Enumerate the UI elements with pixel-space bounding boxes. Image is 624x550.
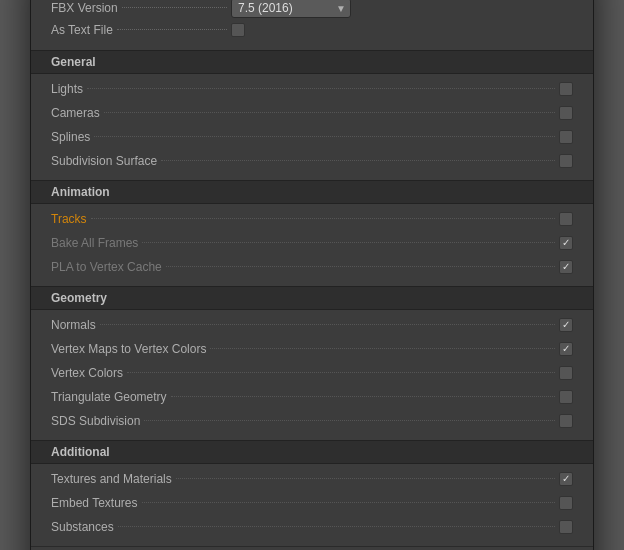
section-header-geometry: Geometry (31, 286, 593, 310)
textures-materials-checkbox[interactable] (559, 472, 573, 486)
vertex-colors-checkbox[interactable] (559, 366, 573, 380)
pla-vertex-cache-checkbox[interactable] (559, 260, 573, 274)
sds-subdivision-checkbox[interactable] (559, 414, 573, 428)
lights-checkbox[interactable] (559, 82, 573, 96)
embed-textures-checkbox[interactable] (559, 496, 573, 510)
fbx-version-label: FBX Version (51, 1, 231, 15)
option-row-embed-textures: Embed Textures (51, 493, 573, 513)
normals-checkbox[interactable] (559, 318, 573, 332)
cameras-checkbox[interactable] (559, 106, 573, 120)
subdivision-surface-checkbox[interactable] (559, 154, 573, 168)
section-header-animation: Animation (31, 180, 593, 204)
vertex-maps-checkbox[interactable] (559, 342, 573, 356)
substances-checkbox[interactable] (559, 520, 573, 534)
option-row-vertex-maps: Vertex Maps to Vertex Colors (51, 339, 573, 359)
fbx-version-select-wrapper: 7.5 (2016) 7.4 (2014/2015) 7.3 (2013) ▼ (231, 0, 351, 18)
section-header-general: General (31, 50, 593, 74)
bake-all-frames-checkbox[interactable] (559, 236, 573, 250)
dots-decoration (122, 7, 227, 8)
option-row-splines: Splines (51, 127, 573, 147)
section-content-geometry: Normals Vertex Maps to Vertex Colors Ver… (31, 310, 593, 440)
section-content-additional: Textures and Materials Embed Textures Su… (31, 464, 593, 546)
section-content-animation: Tracks Bake All Frames PLA to Vertex Cac… (31, 204, 593, 286)
as-text-file-checkbox[interactable] (231, 23, 245, 37)
option-row-tracks: Tracks (51, 209, 573, 229)
option-row-bake-all-frames: Bake All Frames (51, 233, 573, 253)
triangulate-geometry-checkbox[interactable] (559, 390, 573, 404)
top-section: FBX Version 7.5 (2016) 7.4 (2014/2015) 7… (31, 0, 593, 50)
option-row-pla-to-vertex-cache: PLA to Vertex Cache (51, 257, 573, 277)
option-row-cameras: Cameras (51, 103, 573, 123)
section-header-additional: Additional (31, 440, 593, 464)
option-row-triangulate-geometry: Triangulate Geometry (51, 387, 573, 407)
as-text-file-row: As Text File (51, 23, 573, 37)
section-content-general: Lights Cameras Splines Subdivision Surfa… (31, 74, 593, 180)
as-text-file-label: As Text File (51, 23, 231, 37)
dialog-footer: Cancel OK (31, 546, 593, 551)
option-row-lights: Lights (51, 79, 573, 99)
dots-decoration (117, 29, 227, 30)
option-row-sds-subdivision: SDS Subdivision (51, 411, 573, 431)
option-row-textures-materials: Textures and Materials (51, 469, 573, 489)
dialog-content: FBX Version 7.5 (2016) 7.4 (2014/2015) 7… (31, 0, 593, 550)
option-row-subdivision-surface: Subdivision Surface (51, 151, 573, 171)
option-row-vertex-colors: Vertex Colors (51, 363, 573, 383)
option-row-normals: Normals (51, 315, 573, 335)
fbx-version-select[interactable]: 7.5 (2016) 7.4 (2014/2015) 7.3 (2013) (231, 0, 351, 18)
option-row-substances: Substances (51, 517, 573, 537)
splines-checkbox[interactable] (559, 130, 573, 144)
export-settings-dialog: FBX 2016.1.2 Export Settings FBX Version… (30, 0, 594, 550)
fbx-version-row: FBX Version 7.5 (2016) 7.4 (2014/2015) 7… (51, 0, 573, 18)
tracks-checkbox[interactable] (559, 212, 573, 226)
